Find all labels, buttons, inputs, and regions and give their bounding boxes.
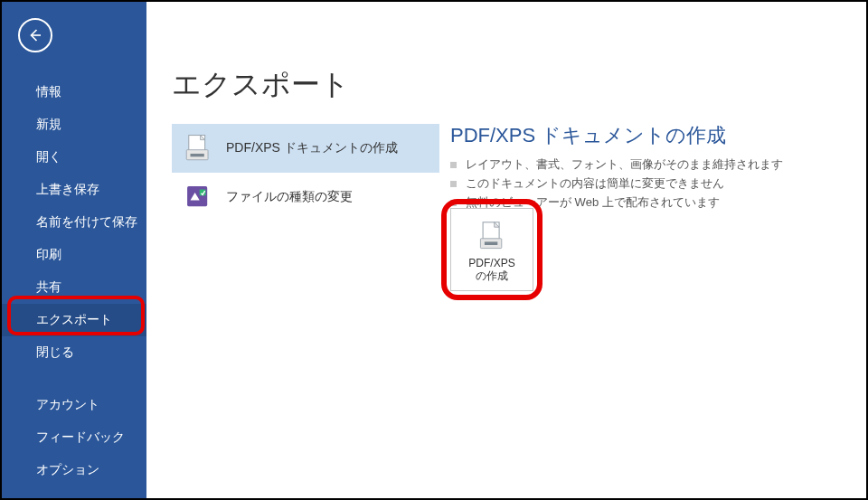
change-file-type-icon [183,182,213,212]
export-option-list: PDF/XPS ドキュメントの作成 ファイルの種類の変更 [172,124,439,222]
export-detail-pane: PDF/XPS ドキュメントの作成 レイアウト、書式、フォント、画像がそのまま維… [450,122,857,213]
backstage-sidebar: 情報 新規 開く 上書き保存 名前を付けて保存 印刷 共有 エクスポート 閉じる… [2,2,146,498]
sidebar-item-feedback[interactable]: フィードバック [2,421,146,454]
sidebar-item-label: エクスポート [36,313,112,326]
create-pdfxps-button[interactable]: PDF/XPS の作成 [450,208,533,291]
sidebar-item-label: フィードバック [36,430,125,444]
export-option-change-file-type[interactable]: ファイルの種類の変更 [172,173,439,222]
bullet-square-icon [450,162,457,168]
sidebar-item-label: 名前を付けて保存 [36,215,137,229]
bullet-square-icon [450,181,457,187]
svg-rect-2 [191,154,204,156]
export-option-label: PDF/XPS ドキュメントの作成 [226,140,398,156]
sidebar-item-info[interactable]: 情報 [2,76,146,108]
sidebar-item-label: 共有 [36,280,61,294]
sidebar-item-save-as[interactable]: 名前を付けて保存 [2,206,146,239]
sidebar-item-label: 開く [36,150,61,164]
sidebar-item-label: 新規 [36,118,61,131]
create-pdfxps-wrap: PDF/XPS の作成 [450,208,533,291]
arrow-left-icon [27,27,43,43]
sidebar-item-export[interactable]: エクスポート [2,304,146,336]
sidebar-item-share[interactable]: 共有 [2,271,146,304]
detail-title: PDF/XPS ドキュメントの作成 [450,122,857,149]
sidebar-item-options[interactable]: オプション [2,454,146,486]
main-pane: エクスポート PDF/XPS ドキュメントの作成 [146,2,866,498]
sidebar-item-label: 閉じる [36,345,74,359]
sidebar-item-label: 情報 [36,85,61,99]
back-button[interactable] [18,18,52,52]
create-pdfxps-label-1: PDF/XPS [468,257,514,269]
page-title: エクスポート [172,65,350,105]
sidebar-item-save[interactable]: 上書き保存 [2,174,146,206]
bullet-text: レイアウト、書式、フォント、画像がそのまま維持されます [466,156,783,173]
sidebar-separator [2,369,146,389]
sidebar-item-new[interactable]: 新規 [2,108,146,141]
detail-bullets: レイアウト、書式、フォント、画像がそのまま維持されます このドキュメントの内容は… [450,156,857,211]
sidebar-item-close[interactable]: 閉じる [2,336,146,369]
sidebar-item-print[interactable]: 印刷 [2,239,146,271]
pdf-document-icon [476,221,508,253]
sidebar-item-label: アカウント [36,398,99,411]
sidebar-item-label: 上書き保存 [36,183,99,196]
pdf-document-icon [183,133,213,164]
sidebar-item-label: オプション [36,463,99,476]
detail-bullet: このドキュメントの内容は簡単に変更できません [450,175,857,192]
bullet-square-icon [450,200,457,206]
detail-bullet: レイアウト、書式、フォント、画像がそのまま維持されます [450,156,857,173]
sidebar-item-account[interactable]: アカウント [2,389,146,421]
bullet-text: このドキュメントの内容は簡単に変更できません [466,175,724,192]
create-pdfxps-label-2: の作成 [476,269,508,282]
sidebar-item-open[interactable]: 開く [2,141,146,174]
export-option-label: ファイルの種類の変更 [226,189,353,205]
svg-rect-7 [485,241,497,245]
export-option-pdfxps[interactable]: PDF/XPS ドキュメントの作成 [172,124,439,173]
sidebar-item-label: 印刷 [36,248,61,261]
